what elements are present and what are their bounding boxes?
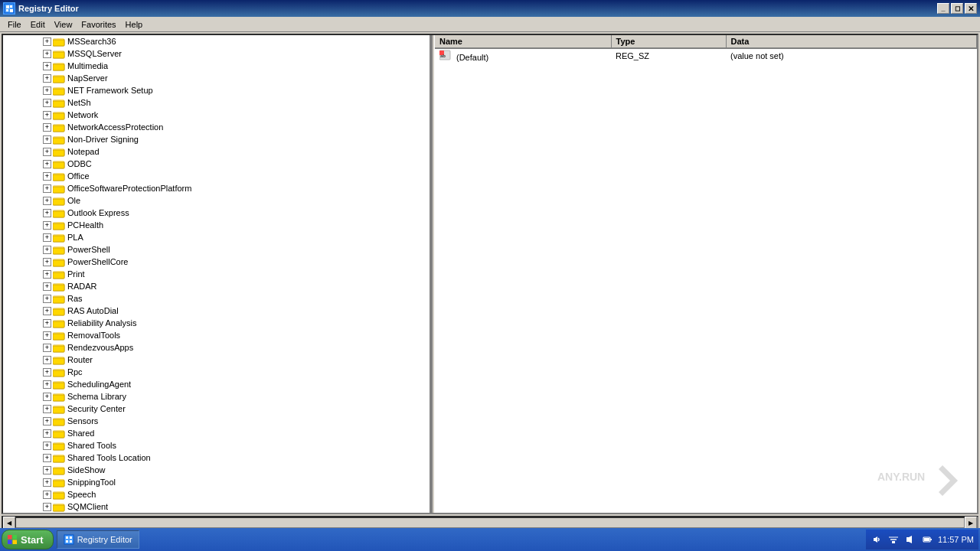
tree-item[interactable]: + Office xyxy=(3,170,430,182)
tree-pane[interactable]: + MSSearch36+ MSSQLServer+ Multimedia+ N… xyxy=(3,35,432,513)
taskbar-regeditor[interactable]: Registry Editor xyxy=(57,530,139,549)
tree-item[interactable]: + Shared Tools xyxy=(3,439,430,452)
expand-btn[interactable]: + xyxy=(43,380,51,389)
tree-item[interactable]: + Reliability Analysis xyxy=(3,317,430,329)
title-bar-buttons[interactable]: _ ◻ ✕ xyxy=(937,3,977,14)
tree-item[interactable]: + Sensors xyxy=(3,415,430,427)
expand-btn[interactable]: + xyxy=(43,62,51,70)
tree-item[interactable]: + Shared Tools Location xyxy=(3,452,430,464)
expand-btn[interactable]: + xyxy=(43,160,51,168)
tree-item[interactable]: + ODBC xyxy=(3,158,430,170)
expand-btn[interactable]: + xyxy=(43,99,51,107)
tree-item[interactable]: + SQMClient xyxy=(3,500,430,513)
tree-item[interactable]: + Network xyxy=(3,109,430,121)
expand-btn[interactable]: + xyxy=(43,258,51,266)
tree-item[interactable]: + Non-Driver Signing xyxy=(3,133,430,145)
expand-btn[interactable]: + xyxy=(43,270,51,279)
expand-btn[interactable]: + xyxy=(43,356,51,364)
expand-btn[interactable]: + xyxy=(43,86,51,95)
col-type[interactable]: Type xyxy=(611,35,726,48)
expand-btn[interactable]: + xyxy=(43,466,51,474)
tree-item[interactable]: + Schema Library xyxy=(3,390,430,403)
expand-btn[interactable]: + xyxy=(43,319,51,328)
expand-btn[interactable]: + xyxy=(43,478,51,487)
tree-item[interactable]: + SideShow xyxy=(3,464,430,476)
expand-btn[interactable]: + xyxy=(43,344,51,352)
tree-item[interactable]: + Outlook Express xyxy=(3,207,430,219)
menu-help[interactable]: Help xyxy=(121,18,148,31)
tree-item[interactable]: + Rpc xyxy=(3,366,430,378)
tree-item[interactable]: + NetSh xyxy=(3,96,430,109)
expand-btn[interactable]: + xyxy=(43,233,51,242)
tree-item[interactable]: + RADAR xyxy=(3,280,430,292)
scroll-left-btn[interactable]: ◀ xyxy=(3,517,15,529)
tree-item[interactable]: + Speech xyxy=(3,488,430,500)
expand-btn[interactable]: + xyxy=(43,197,51,205)
tree-item[interactable]: + Router xyxy=(3,354,430,366)
expand-btn[interactable]: + xyxy=(43,37,51,46)
tree-item[interactable]: + PCHealth xyxy=(3,219,430,231)
detail-pane[interactable]: Name Type Data ab (Default)REG_SZ(value … xyxy=(435,35,977,513)
menu-edit[interactable]: Edit xyxy=(26,18,50,31)
expand-btn[interactable]: + xyxy=(43,50,51,58)
expand-btn[interactable]: + xyxy=(43,368,51,377)
tree-item[interactable]: + RAS AutoDial xyxy=(3,305,430,317)
expand-btn[interactable]: + xyxy=(43,148,51,156)
expand-btn[interactable]: + xyxy=(43,184,51,193)
start-button[interactable]: Start xyxy=(2,530,54,549)
menu-view[interactable]: View xyxy=(50,18,77,31)
tree-item[interactable]: + MSSQLServer xyxy=(3,47,430,60)
menu-favorites[interactable]: Favorites xyxy=(77,18,120,31)
battery-icon[interactable] xyxy=(921,533,933,546)
expand-btn[interactable]: + xyxy=(43,393,51,401)
expand-btn[interactable]: + xyxy=(43,172,51,181)
expand-btn[interactable]: + xyxy=(43,405,51,413)
close-button[interactable]: ✕ xyxy=(965,3,977,14)
expand-btn[interactable]: + xyxy=(43,123,51,132)
tree-item[interactable]: + PLA xyxy=(3,231,430,243)
tree-item[interactable]: + Shared xyxy=(3,427,430,439)
expand-btn[interactable]: + xyxy=(43,111,51,119)
menu-file[interactable]: File xyxy=(3,18,26,31)
network-icon[interactable] xyxy=(887,533,900,546)
expand-btn[interactable]: + xyxy=(43,74,51,83)
tree-item[interactable]: + RemovalTools xyxy=(3,329,430,341)
expand-btn[interactable]: + xyxy=(43,282,51,291)
expand-btn[interactable]: + xyxy=(43,221,51,230)
col-name[interactable]: Name xyxy=(435,35,611,48)
tree-item[interactable]: + PowerShell xyxy=(3,243,430,256)
tree-item[interactable]: + OfficeSoftwareProtectionPlatform xyxy=(3,182,430,194)
tree-item[interactable]: + Multimedia xyxy=(3,60,430,72)
expand-btn[interactable]: + xyxy=(43,429,51,438)
tree-item[interactable]: + NetworkAccessProtection xyxy=(3,121,430,133)
tree-item[interactable]: + NapServer xyxy=(3,72,430,84)
expand-btn[interactable]: + xyxy=(43,295,51,303)
scroll-right-btn[interactable]: ▶ xyxy=(965,517,977,529)
minimize-button[interactable]: _ xyxy=(937,3,949,14)
expand-btn[interactable]: + xyxy=(43,491,51,499)
tree-item[interactable]: + Ole xyxy=(3,194,430,207)
expand-btn[interactable]: + xyxy=(43,417,51,425)
tree-item[interactable]: + SnippingTool xyxy=(3,476,430,488)
expand-btn[interactable]: + xyxy=(43,454,51,462)
expand-btn[interactable]: + xyxy=(43,442,51,450)
expand-btn[interactable]: + xyxy=(43,307,51,315)
expand-btn[interactable]: + xyxy=(43,209,51,217)
expand-btn[interactable]: + xyxy=(43,331,51,340)
restore-button[interactable]: ◻ xyxy=(951,3,963,14)
tree-item[interactable]: + RendezvousApps xyxy=(3,341,430,354)
speaker-icon[interactable] xyxy=(904,533,916,546)
volume-icon[interactable] xyxy=(871,533,883,546)
tree-item[interactable]: + SchedulingAgent xyxy=(3,378,430,390)
tree-item[interactable]: + MSSearch36 xyxy=(3,35,430,47)
tree-item[interactable]: + PowerShellCore xyxy=(3,256,430,268)
expand-btn[interactable]: + xyxy=(43,246,51,254)
col-data[interactable]: Data xyxy=(726,35,977,48)
detail-row[interactable]: ab (Default)REG_SZ(value not set) xyxy=(435,48,977,63)
tree-item[interactable]: + Notepad xyxy=(3,145,430,158)
tree-item[interactable]: + NET Framework Setup xyxy=(3,84,430,96)
tree-item[interactable]: + Security Center xyxy=(3,403,430,415)
tree-item[interactable]: + Print xyxy=(3,268,430,280)
expand-btn[interactable]: + xyxy=(43,503,51,511)
tree-item[interactable]: + Ras xyxy=(3,292,430,305)
